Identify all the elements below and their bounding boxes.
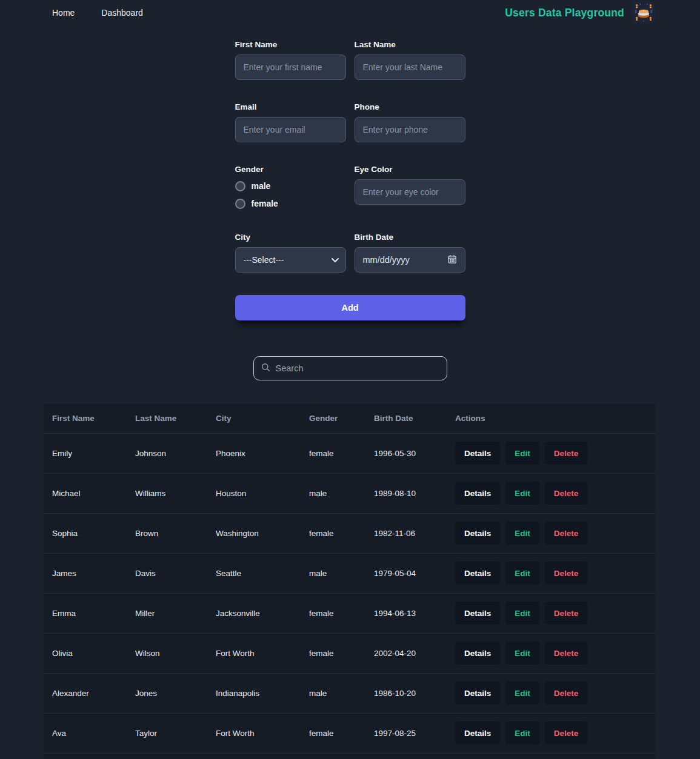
delete-button[interactable]: Delete — [545, 681, 588, 704]
gender-label: Gender — [235, 165, 346, 174]
edit-button[interactable]: Edit — [505, 562, 539, 585]
birth-date-label: Birth Date — [355, 233, 465, 242]
details-button[interactable]: Details — [455, 681, 500, 704]
gender-field-group: Gender male female — [235, 165, 346, 210]
cell-birth-date: 1994-06-13 — [365, 593, 447, 633]
cell-first-name: Emma — [44, 593, 127, 633]
cell-birth-date: 1989-08-10 — [365, 473, 447, 513]
cell-gender: female — [301, 513, 365, 553]
col-header-last-name: Last Name — [127, 404, 207, 433]
delete-button[interactable]: Delete — [545, 602, 588, 625]
search-input[interactable] — [276, 363, 439, 373]
details-button[interactable]: Details — [455, 721, 500, 744]
birth-date-input[interactable]: mm/dd/yyyy — [355, 247, 465, 273]
cell-first-name: Sophia — [44, 513, 127, 553]
row-actions: Details Edit Delete — [455, 474, 655, 513]
delete-button[interactable]: Delete — [545, 482, 588, 505]
last-name-input[interactable] — [355, 55, 465, 80]
email-input[interactable] — [235, 117, 346, 142]
table-row: Olivia Wilson Fort Worth female 2002-04-… — [44, 633, 655, 673]
users-table-section: First Name Last Name City Gender Birth D… — [44, 404, 655, 759]
edit-button[interactable]: Edit — [505, 522, 539, 545]
last-name-label: Last Name — [355, 40, 465, 49]
first-name-input[interactable] — [235, 55, 346, 80]
table-row: Alexander Jones Indianapolis male 1986-1… — [44, 673, 655, 713]
delete-button[interactable]: Delete — [545, 641, 588, 665]
eye-color-field-group: Eye Color — [355, 165, 465, 210]
cell-gender: female — [301, 593, 365, 633]
cell-first-name: Olivia — [44, 633, 127, 673]
cell-city: Houston — [207, 473, 301, 513]
edit-button[interactable]: Edit — [505, 721, 539, 744]
cell-city: Jacksonville — [207, 593, 301, 633]
phone-input[interactable] — [355, 117, 465, 142]
gender-radio-male[interactable] — [235, 181, 245, 191]
row-actions: Details Edit Delete — [455, 554, 655, 593]
birth-date-value: mm/dd/yyyy — [363, 255, 410, 265]
edit-button[interactable]: Edit — [505, 442, 539, 465]
phone-label: Phone — [355, 102, 465, 111]
add-button[interactable]: Add — [235, 295, 465, 320]
cell-last-name: Jones — [127, 673, 207, 713]
details-button[interactable]: Details — [455, 442, 500, 465]
cell-birth-date: 1986-10-20 — [365, 673, 447, 713]
gender-radio-female[interactable] — [235, 199, 245, 209]
details-button[interactable]: Details — [455, 482, 500, 505]
cell-gender: female — [301, 433, 365, 473]
city-label: City — [235, 233, 346, 242]
edit-button[interactable]: Edit — [505, 602, 539, 625]
top-nav: Home Dashboard Users Data Playground — [0, 0, 700, 25]
gender-option-male[interactable]: male — [235, 179, 346, 193]
cell-city: Fort Worth — [207, 633, 301, 673]
row-actions: Details Edit Delete — [455, 714, 655, 753]
details-button[interactable]: Details — [455, 602, 500, 625]
cell-gender: female — [301, 713, 365, 753]
cell-gender: female — [301, 633, 365, 673]
edit-button[interactable]: Edit — [505, 641, 539, 665]
details-button[interactable]: Details — [455, 522, 500, 545]
col-header-first-name: First Name — [44, 404, 127, 433]
col-header-actions: Actions — [447, 404, 655, 433]
gender-option-female[interactable]: female — [235, 197, 346, 210]
delete-button[interactable]: Delete — [545, 522, 588, 545]
search-box — [253, 356, 447, 380]
cell-birth-date: 1979-05-04 — [365, 553, 447, 593]
col-header-birth-date: Birth Date — [365, 404, 447, 433]
eye-color-label: Eye Color — [355, 165, 465, 174]
email-field-group: Email — [235, 102, 346, 142]
cell-last-name: Johnson — [127, 433, 207, 473]
users-table: First Name Last Name City Gender Birth D… — [44, 404, 655, 754]
app-logo-icon — [632, 1, 655, 24]
cell-gender: male — [301, 553, 365, 593]
delete-button[interactable]: Delete — [545, 721, 588, 744]
nav-link-dashboard[interactable]: Dashboard — [101, 8, 143, 18]
cell-city: Indianapolis — [207, 673, 301, 713]
add-user-form: First Name Last Name Email Phone Gender … — [235, 40, 465, 320]
row-actions: Details Edit Delete — [455, 674, 655, 713]
eye-color-input[interactable] — [355, 179, 465, 205]
table-row: Sophia Brown Washington female 1982-11-0… — [44, 513, 655, 553]
cell-first-name: Emily — [44, 433, 127, 473]
cell-first-name: Michael — [44, 473, 127, 513]
edit-button[interactable]: Edit — [505, 681, 539, 704]
first-name-field-group: First Name — [235, 40, 346, 80]
gender-option-male-label: male — [252, 181, 271, 191]
calendar-icon[interactable] — [447, 254, 457, 266]
city-select[interactable]: ---Select--- — [235, 247, 346, 273]
cell-last-name: Brown — [127, 513, 207, 553]
edit-button[interactable]: Edit — [505, 482, 539, 505]
app-title: Users Data Playground — [505, 7, 624, 19]
details-button[interactable]: Details — [455, 641, 500, 665]
cell-last-name: Wilson — [127, 633, 207, 673]
delete-button[interactable]: Delete — [545, 442, 588, 465]
delete-button[interactable]: Delete — [545, 562, 588, 585]
cell-gender: male — [301, 473, 365, 513]
cell-last-name: Davis — [127, 553, 207, 593]
table-row: Emma Miller Jacksonville female 1994-06-… — [44, 593, 655, 633]
nav-link-home[interactable]: Home — [52, 8, 75, 18]
cell-city: Fort Worth — [207, 713, 301, 753]
main-content: First Name Last Name Email Phone Gender … — [0, 25, 700, 759]
details-button[interactable]: Details — [455, 562, 500, 585]
cell-city: Phoenix — [207, 433, 301, 473]
cell-last-name: Taylor — [127, 713, 207, 753]
